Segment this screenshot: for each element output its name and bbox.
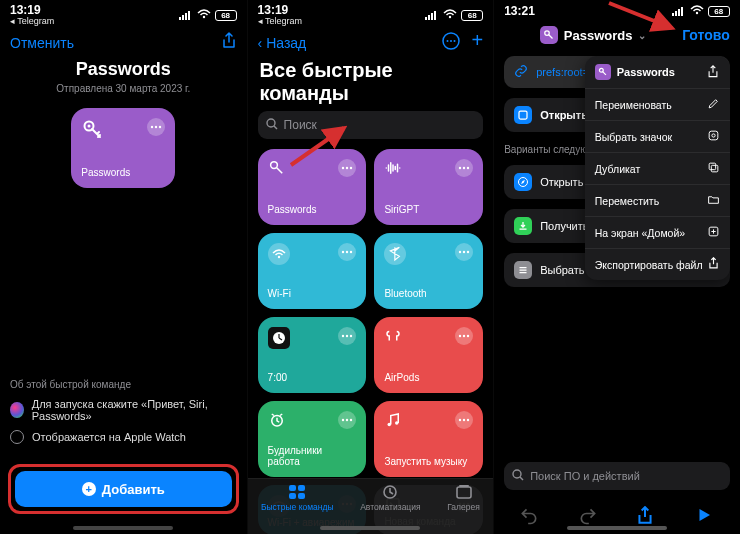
menu-item-home-screen[interactable]: На экран «Домой» xyxy=(585,217,730,249)
tile-sirigpt[interactable]: SiriGPT xyxy=(374,149,483,225)
tile-more-button[interactable] xyxy=(338,327,356,345)
menu-item-export[interactable]: Экспортировать файл xyxy=(585,249,730,280)
add-button-label: Добавить xyxy=(102,482,165,497)
add-shortcut-button[interactable]: + Добавить xyxy=(15,471,232,507)
cancel-button[interactable]: Отменить xyxy=(10,35,74,51)
tile-more-button[interactable] xyxy=(338,159,356,177)
svg-point-17 xyxy=(450,40,452,42)
svg-point-9 xyxy=(159,126,161,128)
play-icon[interactable] xyxy=(695,506,715,526)
tile-more-button[interactable] xyxy=(455,243,473,261)
back-button[interactable]: ‹ Назад xyxy=(258,35,307,51)
add-button-highlight: + Добавить xyxy=(8,464,239,514)
key-icon xyxy=(268,159,286,180)
svg-rect-66 xyxy=(675,11,677,16)
tile-more-button[interactable] xyxy=(338,411,356,429)
battery-icon: 68 xyxy=(461,10,483,21)
status-back-app[interactable]: ◂ Telegram xyxy=(258,17,302,26)
tile-more-button[interactable] xyxy=(455,327,473,345)
cellular-icon xyxy=(425,10,439,20)
menu-label: Дубликат xyxy=(595,163,641,175)
menu-item-choose-icon[interactable]: Выбрать значок xyxy=(585,121,730,153)
svg-point-35 xyxy=(342,335,344,337)
redo-icon[interactable] xyxy=(578,506,598,526)
svg-rect-10 xyxy=(425,17,427,20)
download-icon xyxy=(514,217,532,235)
bluetooth-icon xyxy=(384,243,406,265)
appicon-icon xyxy=(707,129,720,144)
tile-more-button[interactable] xyxy=(455,411,473,429)
tile-more-button[interactable] xyxy=(147,118,165,136)
svg-point-7 xyxy=(151,126,153,128)
svg-point-14 xyxy=(449,16,451,18)
share-icon[interactable] xyxy=(706,65,720,79)
plus-square-icon xyxy=(707,225,720,240)
svg-point-33 xyxy=(467,251,469,253)
tile-bluetooth[interactable]: Bluetooth xyxy=(374,233,483,309)
svg-point-24 xyxy=(459,167,461,169)
screen-editor-menu: 13:21 68 Passwords ⌄ Готово prefs:root= … xyxy=(493,0,740,534)
shortcut-title-dropdown[interactable]: Passwords ⌄ xyxy=(540,26,647,44)
tile-label: Wi-Fi xyxy=(268,288,357,299)
svg-point-26 xyxy=(467,167,469,169)
tile-airpods[interactable]: AirPods xyxy=(374,317,483,393)
home-indicator xyxy=(567,526,667,530)
tile-700[interactable]: 7:00 xyxy=(258,317,367,393)
tile-passwords[interactable]: Passwords xyxy=(258,149,367,225)
wifi-icon xyxy=(443,8,457,22)
add-icon[interactable]: + xyxy=(472,32,484,53)
editor-header: Passwords ⌄ Готово xyxy=(494,18,740,50)
page-title: Все быстрые команды xyxy=(248,57,494,111)
nav-bar: ‹ Назад + xyxy=(248,26,494,57)
tile-play-music[interactable]: Запустить музыку xyxy=(374,401,483,477)
cellular-icon xyxy=(672,6,686,16)
svg-point-75 xyxy=(712,134,715,137)
search-field[interactable]: Поиск xyxy=(258,111,484,139)
tab-label: Автоматизация xyxy=(360,502,420,512)
options-icon[interactable] xyxy=(442,32,460,53)
action-search-field[interactable]: Поиск ПО и действий xyxy=(504,462,730,490)
svg-point-69 xyxy=(696,12,698,14)
search-placeholder: Поиск xyxy=(284,118,317,132)
svg-rect-67 xyxy=(678,9,680,16)
svg-point-29 xyxy=(346,251,348,253)
svg-point-22 xyxy=(346,167,348,169)
svg-point-16 xyxy=(446,40,448,42)
menu-item-duplicate[interactable]: Дубликат xyxy=(585,153,730,185)
menu-item-rename[interactable]: Переименовать xyxy=(585,89,730,121)
svg-point-32 xyxy=(463,251,465,253)
svg-rect-58 xyxy=(289,485,296,491)
done-button[interactable]: Готово xyxy=(682,27,730,43)
about-heading: Об этой быстрой команде xyxy=(10,379,237,390)
siri-hint-text: Для запуска скажите «Привет, Siri, Passw… xyxy=(32,398,237,422)
list-icon xyxy=(514,261,532,279)
tab-gallery[interactable]: Галерея xyxy=(447,483,480,512)
tile-alarms-work[interactable]: Будильники работа xyxy=(258,401,367,477)
status-bar: 13:21 68 xyxy=(494,0,740,18)
tab-label: Галерея xyxy=(447,502,480,512)
svg-point-4 xyxy=(202,16,204,18)
tile-wifi[interactable]: Wi-Fi xyxy=(258,233,367,309)
svg-point-39 xyxy=(463,335,465,337)
share-icon[interactable] xyxy=(636,506,656,526)
status-time: 13:19 xyxy=(10,4,54,17)
share-icon[interactable] xyxy=(221,32,237,53)
svg-point-45 xyxy=(388,423,391,426)
airpods-icon xyxy=(384,327,402,348)
undo-icon[interactable] xyxy=(519,506,539,526)
tile-more-button[interactable] xyxy=(455,159,473,177)
tab-automation[interactable]: Автоматизация xyxy=(360,483,420,512)
svg-point-49 xyxy=(467,419,469,421)
status-back-app[interactable]: ◂ Telegram xyxy=(10,17,54,26)
svg-rect-76 xyxy=(709,163,716,170)
tile-more-button[interactable] xyxy=(338,243,356,261)
home-indicator xyxy=(320,526,420,530)
safari-icon xyxy=(514,173,532,191)
svg-rect-68 xyxy=(681,7,683,16)
shortcut-tile-passwords[interactable]: Passwords xyxy=(71,108,175,188)
svg-point-6 xyxy=(88,125,91,128)
menu-item-move[interactable]: Переместить xyxy=(585,185,730,217)
svg-rect-60 xyxy=(289,493,296,499)
tab-shortcuts[interactable]: Быстрые команды xyxy=(261,483,334,512)
menu-title: Passwords xyxy=(617,66,675,78)
